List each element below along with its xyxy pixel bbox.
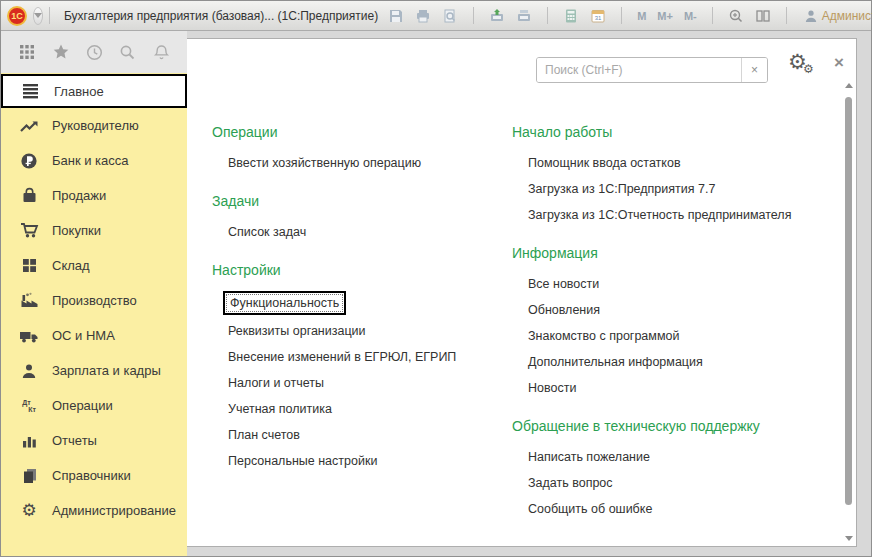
- main-area: Главное Руководителю Банк и касса Продаж…: [1, 31, 871, 556]
- memory-minus-button[interactable]: M-: [682, 10, 699, 22]
- link-funkcionalnost-focused[interactable]: Функциональность: [223, 291, 346, 315]
- panel-settings-gear-icon[interactable]: ⚙⚙: [788, 51, 818, 81]
- sidebar-item-proizvodstvo[interactable]: Производство: [1, 283, 187, 318]
- print-send-icon[interactable]: [514, 6, 534, 26]
- memory-plus-button[interactable]: M+: [655, 10, 675, 22]
- ruble-coin-icon: [18, 151, 40, 171]
- link-pomoschnik-vvoda-ostatkov[interactable]: Помощник ввода остатков: [528, 156, 681, 170]
- left-column: Операции Ввести хозяйственную операцию З…: [212, 123, 512, 490]
- save-icon[interactable]: [386, 6, 406, 26]
- sidebar-item-glavnoe[interactable]: Главное: [1, 74, 187, 108]
- search-input[interactable]: [537, 58, 741, 82]
- scrollbar-thumb[interactable]: [845, 97, 852, 505]
- link-zagruzka-iz-77[interactable]: Загрузка из 1С:Предприятия 7.7: [528, 182, 715, 196]
- divider: [621, 7, 622, 24]
- link-spisok-zadach[interactable]: Список задач: [228, 225, 306, 239]
- link-uchetnaya-politika[interactable]: Учетная политика: [228, 402, 332, 416]
- trend-arrow-icon: [18, 116, 40, 136]
- divider: [712, 7, 713, 24]
- section-zadachi: Задачи Список задач: [212, 192, 512, 239]
- memory-recall-button[interactable]: M: [635, 10, 648, 22]
- user-name-label: Администратор: [822, 9, 872, 23]
- vertical-scrollbar[interactable]: [843, 83, 854, 541]
- reference-books-icon: [18, 466, 40, 486]
- history-clock-icon[interactable]: [83, 41, 105, 63]
- person-icon: [18, 361, 40, 381]
- section-title: Настройки: [212, 261, 512, 280]
- section-title: Операции: [212, 123, 512, 142]
- divider: [786, 7, 787, 24]
- notifications-bell-icon[interactable]: [150, 41, 172, 63]
- link-rekvizity-organizacii[interactable]: Реквизиты организации: [228, 324, 366, 338]
- content-backdrop: × ⚙⚙ × Операции Ввести хозяйственную опе…: [187, 31, 871, 556]
- search-icon[interactable]: [117, 41, 139, 63]
- send-icon[interactable]: [487, 6, 507, 26]
- sidebar-item-prodazhi[interactable]: Продажи: [1, 178, 187, 213]
- link-dopolnitelnaya-informaciya[interactable]: Дополнительная информация: [528, 355, 703, 369]
- link-soobschit-ob-oshibke[interactable]: Сообщить об ошибке: [528, 502, 652, 516]
- link-nalogi-i-otchety[interactable]: Налоги и отчеты: [228, 376, 324, 390]
- split-window-icon[interactable]: [753, 6, 773, 26]
- panel-close-button[interactable]: ×: [834, 55, 844, 71]
- 1c-logo-icon: 1С: [7, 6, 27, 26]
- link-vvesti-operaciyu[interactable]: Ввести хозяйственную операцию: [228, 156, 421, 170]
- link-novosti[interactable]: Новости: [528, 381, 576, 395]
- section-title: Информация: [512, 244, 852, 263]
- section-title: Обращение в техническую поддержку: [512, 417, 852, 436]
- bar-chart-icon: [18, 431, 40, 451]
- sidebar-item-os-i-nma[interactable]: ОС и НМА: [1, 318, 187, 353]
- link-napisat-pozhelanie[interactable]: Написать пожелание: [528, 450, 650, 464]
- shopping-bag-icon: [18, 186, 40, 206]
- link-personalnye-nastroyki[interactable]: Персональные настройки: [228, 454, 377, 468]
- window-title: Бухгалтерия предприятия (базовая)... (1С…: [64, 9, 378, 23]
- divider: [49, 7, 50, 24]
- user-icon: [804, 9, 818, 23]
- link-vse-novosti[interactable]: Все новости: [528, 277, 599, 291]
- sidebar-item-spravochniki[interactable]: Справочники: [1, 458, 187, 493]
- section-title: Задачи: [212, 192, 512, 211]
- shopping-cart-icon: [18, 221, 40, 241]
- search-box: ×: [536, 57, 768, 83]
- sidebar-item-sklad[interactable]: Склад: [1, 248, 187, 283]
- system-menu-button[interactable]: [33, 7, 43, 25]
- titlebar-toolbar: 31 M M+ M- Администратор i: [386, 6, 872, 26]
- scroll-down-arrow[interactable]: [845, 536, 853, 541]
- sidebar-item-rukovoditelyu[interactable]: Руководителю: [1, 108, 187, 143]
- calculator-icon[interactable]: [561, 6, 581, 26]
- truck-icon: [18, 326, 40, 346]
- section-nastroyki: Настройки Функциональность Реквизиты орг…: [212, 261, 512, 468]
- app-window: 1С Бухгалтерия предприятия (базовая)... …: [0, 0, 872, 557]
- search-clear-button[interactable]: ×: [741, 58, 767, 82]
- link-znakomstvo-s-programmoy[interactable]: Знакомство с программой: [528, 329, 679, 343]
- calendar-icon[interactable]: 31: [588, 6, 608, 26]
- section-tehpodderzhka: Обращение в техническую поддержку Написа…: [512, 417, 852, 516]
- svg-text:31: 31: [595, 15, 602, 21]
- zoom-icon[interactable]: [726, 6, 746, 26]
- print-icon[interactable]: [413, 6, 433, 26]
- link-zadat-vopros[interactable]: Задать вопрос: [528, 476, 613, 490]
- section-nachalo-raboty: Начало работы Помощник ввода остатков За…: [512, 123, 852, 222]
- sidebar-item-administrirovanie[interactable]: ⚙ Администрирование: [1, 493, 187, 528]
- sidebar-item-otchety[interactable]: Отчеты: [1, 423, 187, 458]
- hamburger-menu-icon: [20, 81, 42, 101]
- divider: [473, 7, 474, 24]
- link-plan-schetov[interactable]: План счетов: [228, 428, 300, 442]
- favorites-star-icon[interactable]: [50, 41, 72, 63]
- sidebar-toolbar: [1, 31, 187, 73]
- section-functions-panel: × ⚙⚙ × Операции Ввести хозяйственную опе…: [187, 38, 857, 547]
- right-column: Начало работы Помощник ввода остатков За…: [512, 123, 852, 538]
- pallet-boxes-icon: [18, 256, 40, 276]
- link-vnesenie-izmeneniy[interactable]: Внесение изменений в ЕГРЮЛ, ЕГРИП: [228, 350, 456, 364]
- sidebar-item-operacii[interactable]: ДтКт Операции: [1, 388, 187, 423]
- sidebar-item-zarplata-i-kadry[interactable]: Зарплата и кадры: [1, 353, 187, 388]
- factory-icon: [18, 291, 40, 311]
- debit-credit-icon: ДтКт: [18, 396, 40, 416]
- print-preview-icon[interactable]: [440, 6, 460, 26]
- sidebar-item-pokupki[interactable]: Покупки: [1, 213, 187, 248]
- scroll-up-arrow[interactable]: [845, 83, 853, 88]
- link-obnovleniya[interactable]: Обновления: [528, 303, 600, 317]
- link-zagruzka-iz-otchetnost[interactable]: Загрузка из 1С:Отчетность предпринимател…: [528, 208, 791, 222]
- menu-grid-icon[interactable]: [16, 41, 38, 63]
- user-menu[interactable]: Администратор: [804, 9, 872, 23]
- sidebar-item-bank-i-kassa[interactable]: Банк и касса: [1, 143, 187, 178]
